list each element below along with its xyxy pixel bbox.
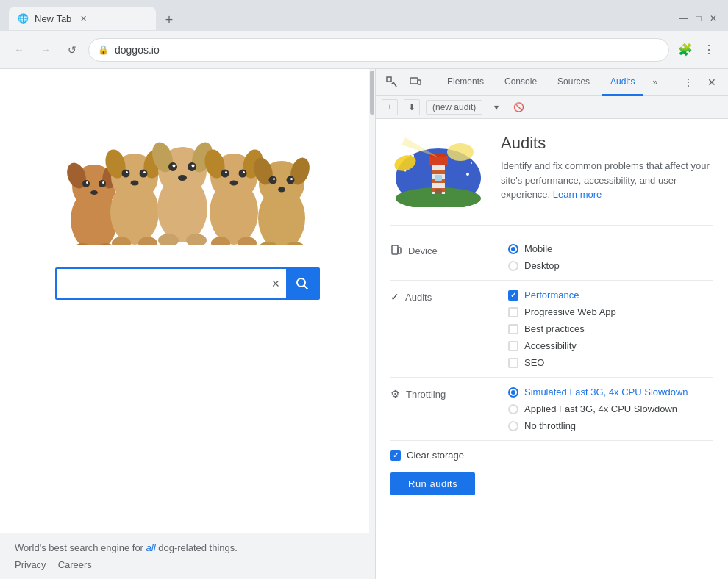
performance-option[interactable]: Performance (508, 290, 713, 301)
seo-option[interactable]: SEO (508, 357, 713, 368)
devtools-toolbar: Elements Console Sources Audits » ⋮ ✕ (376, 69, 728, 96)
performance-checkbox[interactable] (508, 290, 518, 301)
audits-add-button[interactable]: + (382, 99, 398, 115)
tab-sources[interactable]: Sources (549, 69, 599, 96)
svg-rect-72 (432, 170, 445, 174)
active-tab[interactable]: 🌐 New Tab ✕ (9, 7, 156, 30)
svg-rect-80 (392, 245, 398, 254)
puppies-image (55, 98, 320, 245)
tab-favicon: 🌐 (18, 13, 29, 24)
svg-point-15 (122, 170, 130, 178)
search-button[interactable] (286, 269, 318, 298)
device-label: Device (390, 243, 508, 256)
close-button[interactable]: ✕ (707, 12, 719, 24)
audits-download-button[interactable]: ⬇ (404, 99, 420, 115)
svg-point-63 (471, 162, 472, 164)
throttling-options: Simulated Fast 3G, 4x CPU Slowdown Appli… (508, 386, 713, 431)
window-controls: — □ ✕ (678, 12, 719, 24)
address-bar: ← → ↺ 🔒 doggos.io 🧩 ⋮ (0, 31, 728, 69)
seo-checkbox[interactable] (508, 358, 518, 368)
checkmark-icon: ✓ (390, 291, 399, 303)
search-box[interactable]: ✕ (55, 267, 320, 300)
throttling-none-radio[interactable] (508, 421, 518, 431)
tab-elements[interactable]: Elements (438, 69, 493, 96)
svg-point-4 (82, 180, 90, 187)
run-audits-button[interactable]: Run audits (390, 472, 475, 495)
pwa-option[interactable]: Progressive Web App (508, 306, 713, 317)
audits-setting-row: ✓ Audits Performance Progressive Web App (390, 281, 713, 378)
audit-type-options: Performance Progressive Web App Best pra… (508, 290, 713, 368)
svg-rect-81 (398, 248, 401, 253)
svg-point-68 (447, 143, 474, 161)
menu-button[interactable]: ⋮ (699, 40, 719, 60)
svg-point-50 (273, 178, 275, 180)
svg-point-51 (290, 178, 293, 180)
svg-rect-59 (418, 80, 421, 84)
privacy-link[interactable]: Privacy (15, 559, 46, 570)
device-desktop-option[interactable]: Desktop (508, 260, 713, 271)
audits-clear-button[interactable]: ▾ (488, 99, 504, 115)
devtools-more-button[interactable]: ⋮ (678, 72, 699, 93)
svg-point-65 (466, 173, 469, 176)
svg-point-30 (178, 175, 187, 181)
inspector-icon[interactable] (382, 72, 402, 93)
device-toggle-icon[interactable] (405, 72, 426, 93)
clear-storage-row: Clear storage (390, 450, 713, 461)
device-mobile-option[interactable]: Mobile (508, 243, 713, 254)
audits-header: Audits Identify and fix common problems … (390, 134, 713, 207)
new-tab-button[interactable]: + (159, 10, 179, 30)
clear-storage-label: Clear storage (407, 450, 464, 461)
audits-sub-toolbar: + ⬇ (new audit) ▾ 🚫 (376, 96, 728, 119)
accessibility-checkbox[interactable] (508, 341, 518, 351)
url-text: doggos.io (115, 44, 160, 56)
svg-point-8 (90, 190, 98, 195)
svg-point-48 (269, 176, 277, 184)
svg-point-38 (239, 170, 247, 178)
scrollbar[interactable] (369, 69, 375, 579)
svg-point-52 (278, 187, 285, 193)
clear-storage-checkbox[interactable] (390, 450, 401, 461)
webpage-panel: ✕ World's best search engine for all dog… (0, 69, 375, 579)
pwa-checkbox[interactable] (508, 307, 518, 317)
gear-icon: ⚙ (390, 388, 400, 400)
devtools-close-button[interactable]: ✕ (702, 72, 722, 93)
throttling-fast3g-option[interactable]: Simulated Fast 3G, 4x CPU Slowdown (508, 386, 713, 398)
svg-point-29 (192, 165, 195, 168)
audits-cancel-button[interactable]: 🚫 (510, 99, 527, 115)
tab-console[interactable]: Console (496, 69, 546, 96)
throttling-applied3g-radio[interactable] (508, 404, 518, 414)
toolbar-icons: 🧩 ⋮ (675, 40, 719, 60)
throttling-applied3g-option[interactable]: Applied Fast 3G, 4x CPU Slowdown (508, 403, 713, 414)
svg-point-5 (99, 180, 106, 187)
tab-close-button[interactable]: ✕ (77, 12, 89, 24)
scroll-thumb (370, 71, 374, 115)
desktop-radio[interactable] (508, 261, 518, 271)
search-clear-button[interactable]: ✕ (265, 269, 286, 298)
best-practices-checkbox[interactable] (508, 324, 518, 334)
careers-link[interactable]: Careers (58, 559, 92, 570)
extensions-button[interactable]: 🧩 (675, 40, 696, 60)
accessibility-option[interactable]: Accessibility (508, 340, 713, 351)
footer-tagline: World's best search engine for all dog-r… (15, 542, 360, 553)
audits-new-label[interactable]: (new audit) (426, 100, 482, 115)
best-practices-option[interactable]: Best practices (508, 323, 713, 334)
search-input[interactable] (57, 269, 265, 298)
reload-button[interactable]: ↺ (62, 40, 82, 60)
url-bar[interactable]: 🔒 doggos.io (88, 38, 669, 62)
back-button[interactable]: ← (9, 40, 29, 60)
svg-point-7 (102, 181, 104, 184)
mobile-radio[interactable] (508, 244, 518, 254)
forward-button[interactable]: → (35, 40, 56, 60)
throttling-label: ⚙ Throttling (390, 386, 508, 400)
throttling-fast3g-radio[interactable] (508, 387, 518, 398)
more-tabs-button[interactable]: » (646, 77, 663, 87)
svg-point-18 (143, 171, 146, 173)
tab-audits[interactable]: Audits (602, 69, 643, 96)
learn-more-link[interactable]: Learn more (553, 189, 602, 200)
throttling-none-option[interactable]: No throttling (508, 420, 713, 431)
minimize-button[interactable]: — (678, 12, 690, 24)
device-setting-row: Device Mobile Desktop (390, 234, 713, 281)
svg-point-28 (173, 165, 176, 168)
maximize-button[interactable]: □ (693, 12, 704, 24)
audits-description: Identify and fix common problems that af… (501, 159, 713, 202)
